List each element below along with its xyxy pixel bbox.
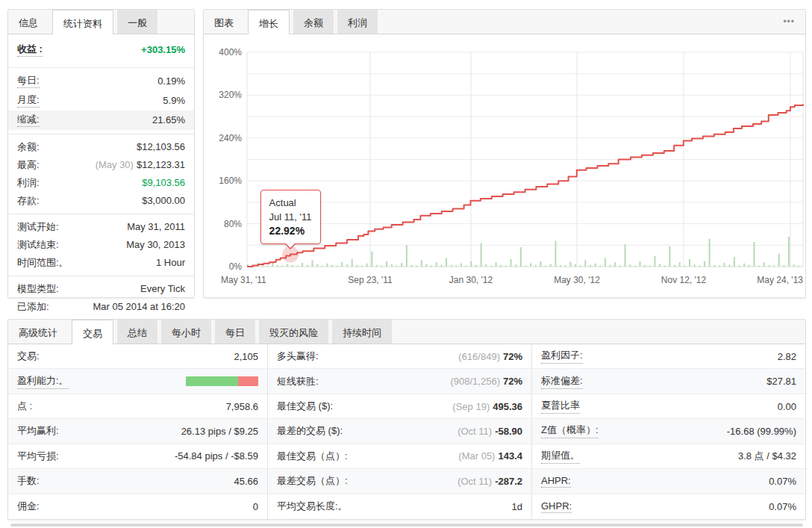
cell-label: AHPR: [541, 475, 571, 488]
cell-label: 点 : [17, 400, 32, 413]
chart-menu-icon[interactable]: ••• [772, 10, 805, 34]
cell-label: 盈利因子: [541, 349, 583, 364]
stat-value-main: Every Tick [140, 283, 185, 294]
table-cell: 盈利能力:。 [8, 369, 268, 394]
info-tabbar: 信息统计资料一般 [8, 10, 194, 34]
table-cell: 平均亏损:-54.84 pips / -$8.59 [8, 444, 268, 469]
cell-label: 标准偏差: [541, 374, 583, 389]
stat-row: 最高:(May 30)$12,123.31 [8, 156, 194, 174]
y-axis-label: 400% [219, 47, 242, 58]
cell-label: 短线获胜: [277, 375, 319, 388]
table-cell: 最佳交易（点）:(Mar 05)143.4 [268, 444, 532, 469]
x-axis-label: May 31, '11 [221, 275, 266, 285]
tab-duration[interactable]: 持续时间 [332, 320, 392, 344]
cell-value: 3.8 点 / $4.32 [738, 450, 796, 463]
stat-group: 每日:0.19%月度:5.9%缩减:21.65% [8, 68, 194, 134]
tab-balance[interactable]: 余额 [293, 10, 334, 34]
statistics-list: 收益 :+303.15%每日:0.19%月度:5.9%缩减:21.65%余额:$… [8, 34, 194, 320]
tab-growth[interactable]: 增长 [248, 10, 290, 34]
panel-title-info[interactable]: 信息 [8, 10, 49, 34]
cell-value-main: 3.8 点 / $4.32 [738, 450, 796, 462]
cell-label: 交易: [17, 350, 40, 363]
cell-label: 夏普比率 [541, 399, 580, 414]
table-cell: 期望值。3.8 点 / $4.32 [532, 444, 805, 469]
cell-label: 最佳交易 ($): [277, 400, 333, 413]
tooltip-value: 22.92% [269, 224, 312, 238]
stat-row: 余额:$12,103.56 [8, 138, 194, 156]
cell-value-main: -58.90 [495, 426, 522, 437]
tab-general[interactable]: 一般 [117, 10, 157, 34]
table-cell: 最差的交易 ($):(Oct 11)-58.90 [268, 419, 532, 444]
cell-value: (616/849)72% [458, 351, 522, 362]
table-cell: 平均交易长度:。1d [268, 494, 532, 519]
y-axis-label: 160% [219, 176, 242, 186]
stat-label: 时间范围:。 [17, 257, 69, 269]
cell-value: 2.82 [778, 351, 796, 362]
stat-label: 最高: [17, 159, 40, 171]
cell-label: 多头赢得: [277, 350, 319, 363]
cell-value-main: -287.2 [495, 476, 522, 487]
cell-value-main: 72% [503, 376, 522, 387]
x-axis-label: May 24, '13 [757, 275, 803, 285]
cell-label: 最差交易（点）: [277, 474, 348, 488]
stat-group: 余额:$12,103.56最高:(May 30)$12,123.31利润:$9,… [8, 134, 194, 214]
tab-trades[interactable]: 交易 [72, 320, 113, 344]
stat-value: $9,103.56 [142, 177, 185, 189]
stat-value-main: Mar 05 2014 at 16:20 [93, 301, 185, 312]
stat-value-main: May 31, 2011 [127, 221, 185, 232]
stat-label: 存款: [17, 195, 40, 207]
stat-label: 每日: [17, 75, 40, 88]
table-cell: 交易:2,105 [8, 344, 268, 369]
stat-value: 0.19% [157, 75, 185, 87]
cell-value-date: (Oct 11) [457, 426, 492, 437]
cell-label: 平均赢利: [17, 424, 59, 438]
stat-row: 已添加:Mar 05 2014 at 16:20 [8, 298, 194, 316]
cell-value: (Oct 11)-287.2 [457, 476, 522, 487]
y-axis-label: 80% [224, 219, 242, 229]
cell-label: 平均交易长度:。 [277, 500, 348, 513]
cell-value-date: (Mar 05) [458, 450, 495, 462]
cell-label: Z值（概率）: [541, 423, 599, 438]
x-axis-label: Nov 12, '12 [661, 275, 707, 285]
cell-value-date: (Sep 19) [452, 401, 490, 412]
stat-value: $3,000.00 [142, 195, 185, 207]
x-axis-label: Jan 30, '12 [449, 275, 493, 285]
tab-profit[interactable]: 利润 [337, 10, 378, 34]
stat-row: 利润:$9,103.56 [8, 174, 194, 192]
stat-label: 测试结束: [17, 239, 59, 251]
stat-value: May 31, 2011 [127, 221, 185, 233]
stat-label: 已添加: [17, 301, 49, 313]
tab-risk-of-ruin[interactable]: 毁灭的风险 [259, 320, 328, 344]
stat-value: May 30, 2013 [126, 239, 185, 251]
table-cell: 手数:45.66 [8, 469, 268, 494]
cell-label: 手数: [17, 474, 40, 488]
x-axis-label: Sep 23, '11 [348, 275, 393, 285]
cell-value: -16.68 (99.99%) [727, 426, 796, 437]
tab-daily[interactable]: 每日 [215, 320, 255, 344]
cell-value-main: 26.13 pips / $9.25 [181, 426, 258, 437]
cell-value-main: 2,105 [234, 351, 258, 362]
panel-title-chart[interactable]: 图表 [204, 10, 244, 34]
cell-label: 盈利能力:。 [17, 374, 69, 389]
stat-value: Mar 05 2014 at 16:20 [93, 301, 185, 313]
cell-value: (Sep 19)495.36 [452, 401, 522, 412]
table-cell: 盈利因子:2.82 [532, 344, 805, 369]
cell-value-main: 45.66 [234, 476, 258, 487]
tab-summary[interactable]: 总结 [117, 320, 157, 344]
tab-hourly[interactable]: 每小时 [161, 320, 211, 344]
cell-label: 佣金: [17, 500, 40, 513]
stat-value: 5.9% [163, 95, 185, 107]
stat-group: 测试开始:May 31, 2011测试结束:May 30, 2013时间范围:。… [8, 214, 194, 276]
bottom-shadow-strip [10, 524, 803, 527]
profitability-bar-win [186, 376, 238, 386]
panel-title-advanced-statistics[interactable]: 高级统计 [8, 320, 68, 344]
tooltip-arrow-inner [285, 243, 296, 248]
cell-label: 平均亏损: [17, 450, 59, 463]
stat-label: 缩减: [17, 114, 40, 127]
cell-value-main: 72% [503, 351, 522, 362]
tab-statistics[interactable]: 统计资料 [52, 10, 113, 34]
stat-label: 模型类型: [17, 283, 59, 295]
table-cell: 佣金:0 [8, 494, 268, 519]
cell-value-main: $27.81 [766, 376, 796, 387]
cell-value-main: 7,958.6 [226, 401, 258, 412]
